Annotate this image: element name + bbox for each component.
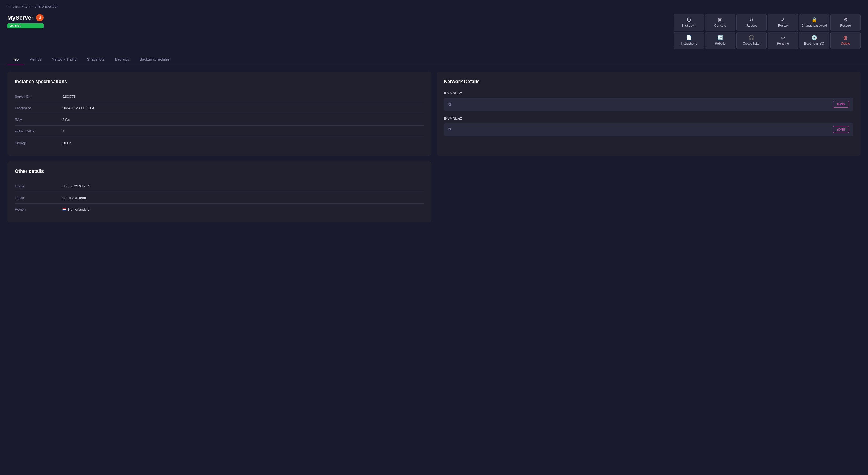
- rebuild-icon: 🔄: [717, 35, 723, 40]
- spec-value-ram: 3 Gb: [62, 118, 70, 122]
- instructions-button[interactable]: 📄 Instructions: [674, 32, 704, 49]
- spec-value-created-at: 2024-07-23 11:55:04: [62, 106, 94, 110]
- spec-row-vcpus: Virtual CPUs 1: [15, 125, 424, 137]
- ipv6-section: IPv6 NL-2: ⧉ rDNS: [444, 91, 854, 111]
- other-value-region: 🇳🇱Netherlands-2: [62, 207, 90, 211]
- boot-from-iso-icon: 💿: [811, 35, 817, 40]
- instructions-icon: 📄: [686, 35, 692, 40]
- spec-value-server-id: 5203773: [62, 94, 76, 98]
- breadcrumb-services[interactable]: Services: [7, 5, 21, 9]
- ubuntu-icon: U: [36, 14, 43, 21]
- tab-info[interactable]: Info: [7, 54, 24, 65]
- boot-from-iso-label: Boot from ISO: [804, 42, 824, 46]
- ipv4-row: ⧉ rDNS: [444, 123, 854, 136]
- server-name: MyServer: [7, 14, 33, 21]
- other-row-region: Region 🇳🇱Netherlands-2: [15, 204, 424, 215]
- action-grid-row1: ⏻ Shut down ▣ Console ↺ Reboot ⤢ Resize …: [674, 14, 861, 31]
- reboot-icon: ↺: [750, 18, 753, 22]
- ipv4-label: IPv4 NL-2:: [444, 116, 854, 120]
- spec-row-ram: RAM 3 Gb: [15, 114, 424, 125]
- tab-backup-schedules[interactable]: Backup schedules: [134, 54, 175, 65]
- console-label: Console: [714, 24, 726, 27]
- spec-label-server-id: Server ID:: [15, 94, 62, 98]
- spec-row-created-at: Created at 2024-07-23 11:55:04: [15, 102, 424, 114]
- rename-icon: ✏: [781, 35, 785, 40]
- spec-row-server-id: Server ID: 5203773: [15, 91, 424, 102]
- network-details-title: Network Details: [444, 79, 854, 84]
- spec-row-storage: Storage 20 Gb: [15, 137, 424, 149]
- server-title-area: MyServer U ACTIVE: [7, 14, 43, 28]
- other-value-image: Ubuntu 22.04 x64: [62, 184, 89, 188]
- instructions-label: Instructions: [681, 42, 697, 46]
- breadcrumb: Services > Cloud VPS > 5203773: [0, 0, 868, 11]
- delete-label: Delete: [841, 42, 850, 46]
- shutdown-label: Shut down: [682, 24, 696, 27]
- ipv4-copy-icon[interactable]: ⧉: [448, 127, 451, 132]
- change-password-label: Change password: [802, 24, 827, 27]
- spec-label-created-at: Created at: [15, 106, 62, 110]
- boot-from-iso-button[interactable]: 💿 Boot from ISO: [799, 32, 830, 49]
- resize-icon: ⤢: [781, 18, 785, 22]
- tab-backups[interactable]: Backups: [110, 54, 134, 65]
- create-ticket-icon: 🎧: [748, 35, 754, 40]
- reboot-label: Reboot: [746, 24, 757, 27]
- rebuild-button[interactable]: 🔄 Rebuild: [705, 32, 735, 49]
- create-ticket-button[interactable]: 🎧 Create ticket: [736, 32, 767, 49]
- ipv6-label: IPv6 NL-2:: [444, 91, 854, 95]
- delete-button[interactable]: 🗑 Delete: [830, 32, 861, 49]
- tab-network-traffic[interactable]: Network Traffic: [46, 54, 82, 65]
- other-row-flavor: Flavor Cloud Standard: [15, 192, 424, 204]
- shutdown-icon: ⏻: [686, 18, 691, 22]
- server-name-row: MyServer U: [7, 14, 43, 21]
- rescue-icon: ⚙: [843, 18, 848, 22]
- ipv6-row: ⧉ rDNS: [444, 98, 854, 111]
- shutdown-button[interactable]: ⏻ Shut down: [674, 14, 704, 31]
- other-detail-rows: Image Ubuntu 22.04 x64 Flavor Cloud Stan…: [15, 180, 424, 215]
- resize-button[interactable]: ⤢ Resize: [768, 14, 798, 31]
- reboot-button[interactable]: ↺ Reboot: [736, 14, 767, 31]
- action-buttons-container: ⏻ Shut down ▣ Console ↺ Reboot ⤢ Resize …: [674, 14, 861, 49]
- other-details-card: Other details Image Ubuntu 22.04 x64 Fla…: [7, 161, 432, 222]
- region-flag-icon: 🇳🇱: [62, 207, 66, 211]
- change-password-icon: 🔒: [811, 18, 817, 22]
- change-password-button[interactable]: 🔒 Change password: [799, 14, 830, 31]
- breadcrumb-sep2: >: [42, 5, 45, 9]
- ipv4-rdns-button[interactable]: rDNS: [833, 126, 849, 133]
- resize-label: Resize: [778, 24, 788, 27]
- other-label-image: Image: [15, 184, 62, 188]
- ipv6-rdns-button[interactable]: rDNS: [833, 101, 849, 108]
- tab-metrics[interactable]: Metrics: [24, 54, 46, 65]
- status-badge: ACTIVE: [7, 24, 43, 28]
- page-header: MyServer U ACTIVE ⏻ Shut down ▣ Console …: [0, 11, 868, 54]
- other-details-title: Other details: [15, 169, 424, 174]
- spec-label-storage: Storage: [15, 141, 62, 145]
- breadcrumb-sep1: >: [21, 5, 24, 9]
- console-button[interactable]: ▣ Console: [705, 14, 735, 31]
- other-label-flavor: Flavor: [15, 196, 62, 200]
- network-details-card: Network Details IPv6 NL-2: ⧉ rDNS IPv4 N…: [437, 71, 861, 156]
- tab-snapshots[interactable]: Snapshots: [82, 54, 110, 65]
- delete-icon: 🗑: [843, 35, 848, 40]
- rescue-label: Rescue: [840, 24, 851, 27]
- breadcrumb-server-id: 5203773: [45, 5, 59, 9]
- rename-button[interactable]: ✏ Rename: [768, 32, 798, 49]
- breadcrumb-cloud-vps[interactable]: Cloud VPS: [25, 5, 41, 9]
- ipv4-section: IPv4 NL-2: ⧉ rDNS: [444, 116, 854, 136]
- action-grid-row2: 📄 Instructions 🔄 Rebuild 🎧 Create ticket…: [674, 32, 861, 49]
- other-label-region: Region: [15, 207, 62, 211]
- ipv6-copy-icon[interactable]: ⧉: [448, 102, 451, 107]
- instance-specs-title: Instance specifications: [15, 79, 424, 84]
- spec-label-vcpus: Virtual CPUs: [15, 129, 62, 133]
- rebuild-label: Rebuild: [715, 42, 725, 46]
- other-row-image: Image Ubuntu 22.04 x64: [15, 180, 424, 192]
- spec-value-vcpus: 1: [62, 129, 64, 133]
- spec-label-ram: RAM: [15, 118, 62, 122]
- rescue-button[interactable]: ⚙ Rescue: [830, 14, 861, 31]
- create-ticket-label: Create ticket: [743, 42, 761, 46]
- other-value-flavor: Cloud Standard: [62, 196, 86, 200]
- content-area: Instance specifications Server ID: 52037…: [0, 65, 868, 229]
- instance-specs-card: Instance specifications Server ID: 52037…: [7, 71, 432, 156]
- tabs-bar: Info Metrics Network Traffic Snapshots B…: [0, 54, 868, 65]
- spec-rows: Server ID: 5203773 Created at 2024-07-23…: [15, 91, 424, 149]
- console-icon: ▣: [718, 18, 722, 22]
